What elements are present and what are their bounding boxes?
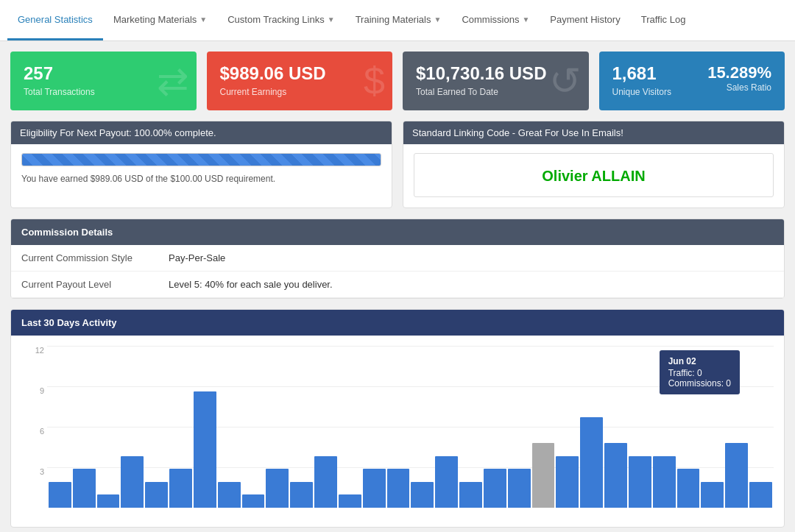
bar: [749, 482, 772, 508]
bar-group: [363, 469, 386, 508]
earnings-label: Current Earnings: [220, 87, 380, 97]
table-row: Current Payout Level Level 5: 40% for ea…: [11, 272, 784, 298]
bar: [435, 456, 458, 508]
progress-bar-inner: [22, 154, 381, 166]
earnings-icon: $: [364, 59, 385, 103]
bar-group: [435, 456, 458, 508]
y-label-12: 12: [21, 346, 47, 355]
chevron-down-icon: ▼: [328, 15, 335, 24]
bar: [629, 456, 651, 508]
chart-header: Last 30 Days Activity: [11, 310, 784, 336]
bar-group: [580, 417, 603, 508]
commission-style-label: Current Commission Style: [11, 245, 158, 272]
visitors-label: Unique Visitors: [612, 87, 708, 97]
linking-title: Standard Linking Code - Great For Use In…: [403, 121, 784, 144]
bar: [194, 391, 216, 508]
chart-tooltip: Jun 02 Traffic: 0 Commissions: 0: [660, 350, 740, 394]
visitors-card: 1,681 Unique Visitors 15.289% Sales Rati…: [599, 52, 785, 110]
table-row: Current Commission Style Pay-Per-Sale: [11, 245, 784, 272]
bar-group: [653, 456, 676, 508]
commission-header: Commission Details: [11, 219, 784, 245]
bar: [459, 482, 482, 508]
transactions-icon: ⇄: [157, 59, 189, 103]
bar: [218, 482, 241, 508]
stat-cards-row: 257 Total Transactions ⇄ $989.06 USD Cur…: [0, 41, 795, 121]
bar: [387, 469, 410, 508]
payout-box: Eligibility For Next Payout: 100.00% com…: [10, 121, 392, 208]
transactions-card: 257 Total Transactions ⇄: [10, 52, 197, 110]
navigation: General Statistics Marketing Materials ▼…: [0, 0, 795, 41]
linking-name[interactable]: Olivier ALLAIN: [414, 153, 774, 197]
chart-area: 12 9 6 3 Jun 02 Traffic: 0 Commissions: …: [11, 336, 784, 527]
commission-table: Current Commission Style Pay-Per-Sale Cu…: [11, 245, 784, 298]
chevron-down-icon: ▼: [522, 15, 529, 24]
bar: [411, 482, 434, 508]
payout-description: You have earned $989.06 USD of the $100.…: [21, 174, 381, 184]
bar: [677, 469, 700, 508]
y-axis: 12 9 6 3: [21, 346, 47, 508]
bar-group: [484, 469, 506, 508]
bar-group: [97, 494, 120, 508]
bar: [121, 456, 144, 508]
nav-marketing-materials[interactable]: Marketing Materials ▼: [103, 0, 217, 40]
nav-traffic-log[interactable]: Traffic Log: [631, 0, 696, 40]
bar: [339, 494, 361, 508]
nav-payment-history[interactable]: Payment History: [540, 0, 630, 40]
tooltip-commissions: Commissions: 0: [668, 378, 731, 389]
bar-group: [459, 482, 482, 508]
nav-training-materials[interactable]: Training Materials ▼: [345, 0, 452, 40]
y-label-3: 3: [21, 467, 47, 476]
bar-group: [701, 482, 724, 508]
y-label-6: 6: [21, 427, 47, 436]
commission-payout-label: Current Payout Level: [11, 272, 158, 298]
bar: [508, 469, 531, 508]
visitors-value: 1,681: [612, 63, 708, 84]
bar: [653, 456, 676, 508]
bar-group: [411, 482, 434, 508]
bar: [97, 494, 120, 508]
bar: [290, 482, 313, 508]
chevron-down-icon: ▼: [199, 15, 207, 24]
tooltip-traffic: Traffic: 0: [668, 368, 731, 378]
bar: [169, 469, 192, 508]
y-label-9: 9: [21, 386, 47, 395]
bar-group: [604, 443, 627, 508]
chart-section: Last 30 Days Activity 12 9 6 3 Jun 02 Tr…: [10, 309, 785, 528]
middle-row: Eligibility For Next Payout: 100.00% com…: [0, 121, 795, 219]
bar-group: [314, 456, 337, 508]
bar-group: [49, 482, 71, 508]
nav-custom-tracking-links[interactable]: Custom Tracking Links ▼: [217, 0, 344, 40]
bar-group: [387, 469, 410, 508]
bar: [532, 443, 555, 508]
bar: [604, 443, 627, 508]
tooltip-date: Jun 02: [668, 356, 731, 366]
linking-box: Standard Linking Code - Great For Use In…: [403, 121, 785, 208]
commission-style-value: Pay-Per-Sale: [158, 245, 784, 272]
total-earned-icon: ↺: [549, 59, 582, 103]
commission-payout-value: Level 5: 40% for each sale you deliver.: [158, 272, 784, 298]
bar: [145, 482, 168, 508]
bar-group: [725, 443, 748, 508]
bar-group: [290, 482, 313, 508]
bar-group: [145, 482, 168, 508]
bar: [314, 456, 337, 508]
bar-group: [629, 456, 651, 508]
payout-title: Eligibility For Next Payout: 100.00% com…: [11, 121, 392, 144]
bar-group: [532, 443, 555, 508]
earnings-value: $989.06 USD: [220, 63, 380, 84]
commission-section: Commission Details Current Commission St…: [10, 219, 785, 299]
bar: [242, 494, 265, 508]
bar: [725, 443, 748, 508]
bar-group: [73, 469, 96, 508]
bar: [580, 417, 603, 508]
chevron-down-icon: ▼: [434, 15, 441, 24]
nav-general-statistics[interactable]: General Statistics: [7, 0, 103, 40]
bar-group: [194, 391, 216, 508]
bar-group: [242, 494, 265, 508]
bar-group: [508, 469, 531, 508]
sales-ratio-value: 15.289%: [707, 63, 771, 82]
progress-bar-outer: [21, 153, 381, 166]
nav-commissions[interactable]: Commissions ▼: [451, 0, 540, 40]
sales-ratio-label: Sales Ratio: [707, 82, 771, 93]
bar-group: [749, 482, 772, 508]
